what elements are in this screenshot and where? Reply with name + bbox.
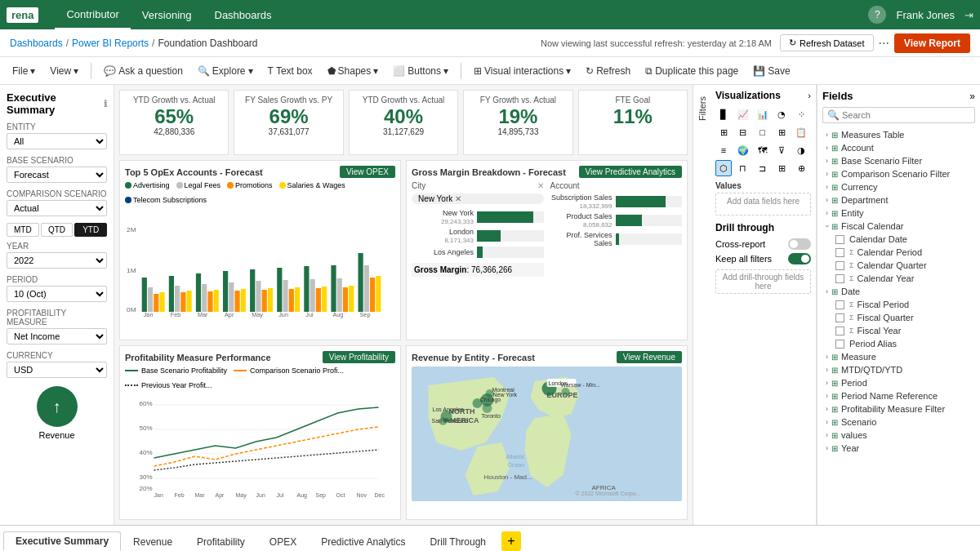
filters-side-tab[interactable]: Filters [693,85,710,525]
field-calendar-period[interactable]: Σ Calendar Period [822,246,975,259]
field-measures-table[interactable]: › ⊞ Measures Table [822,128,975,141]
checkbox[interactable] [835,327,844,335]
shapes-button[interactable]: ⬟ Shapes ▾ [322,63,385,79]
view-menu[interactable]: View ▾ [44,63,84,79]
tab-profitability[interactable]: Profitability [185,532,257,551]
viz-area-chart-icon[interactable]: 📊 [755,106,771,122]
checkbox[interactable] [835,248,844,257]
breadcrumb-dashboards[interactable]: Dashboards [10,38,63,49]
viz-treemap-icon[interactable]: ⊞ [773,160,790,176]
field-fiscal-year[interactable]: Σ Fiscal Year [822,324,975,337]
buttons-button[interactable]: ⬜ Buttons ▾ [387,63,454,79]
field-period[interactable]: › ⊞ Period [822,376,975,389]
field-currency[interactable]: › ⊞ Currency [822,180,975,193]
viz-chevron[interactable]: › [808,91,811,100]
logout-icon[interactable]: ⇥ [964,9,973,21]
viz-active-icon[interactable]: ⬡ [715,160,732,176]
add-tab-button[interactable]: + [501,531,521,551]
keep-all-filters-toggle[interactable] [788,253,811,264]
view-profitability-button[interactable]: View Profitability [323,351,395,363]
refresh-dataset-button[interactable]: ↻ Refresh Dataset [780,34,873,51]
fields-expand-icon[interactable]: » [969,91,975,102]
field-fiscal-calendar[interactable]: › ⊞ Fiscal Calendar [822,220,975,233]
field-mtd-qtd-ytd[interactable]: › ⊞ MTD/QTD/YTD [822,363,975,376]
explore-button[interactable]: 🔍 Explore ▾ [192,63,259,79]
visual-interactions-button[interactable]: ⊞ Visual interactions ▾ [468,63,577,79]
field-scenario[interactable]: › ⊞ Scenario [822,415,975,429]
field-comparison-scenario[interactable]: › ⊞ Comparison Scenario Filter [822,167,975,180]
viz-table-icon[interactable]: ⊞ [715,124,732,140]
tab-revenue[interactable]: Revenue [121,532,185,551]
checkbox[interactable] [835,313,844,322]
entity-select[interactable]: All [7,133,107,149]
viz-ribbon-icon[interactable]: ⊐ [755,160,771,176]
tab-executive-summary[interactable]: Executive Summary [3,531,121,551]
checkbox[interactable] [835,340,844,349]
field-calendar-quarter[interactable]: Σ Calendar Quarter [822,259,975,272]
field-date[interactable]: › ⊞ Date [822,285,975,298]
viz-funnel-icon[interactable]: ⊽ [773,142,790,158]
view-opex-button[interactable]: View OPEX [340,166,395,178]
field-profitability-filter[interactable]: › ⊞ Profitability Measure Filter [822,402,975,415]
view-predictive-button[interactable]: View Predictive Analytics [579,166,682,178]
checkbox[interactable] [835,235,844,244]
viz-gauge-icon[interactable]: ◑ [793,142,809,158]
view-revenue-button[interactable]: View Revenue [617,351,682,363]
fields-search-box[interactable]: 🔍 [822,107,975,123]
ytd-button[interactable]: YTD [74,223,107,237]
viz-map-icon[interactable]: 🌍 [735,142,751,158]
year-select[interactable]: 2022 [7,252,107,269]
city-clear[interactable]: ✕ [537,181,544,190]
field-calendar-year[interactable]: Σ Calendar Year [822,272,975,285]
tab-drill-through[interactable]: Drill Through [418,532,498,551]
breadcrumb-reports[interactable]: Power BI Reports [72,38,149,49]
revenue-button[interactable]: ↑ [37,386,78,427]
currency-select[interactable]: USD [7,362,107,378]
refresh-button[interactable]: ↻ Refresh [580,63,636,79]
tab-opex[interactable]: OPEX [257,532,309,551]
tab-predictive-analytics[interactable]: Predictive Analytics [309,532,417,551]
view-report-button[interactable]: View Report [894,33,970,53]
viz-waterfall-icon[interactable]: ⊓ [735,160,751,176]
profitability-select[interactable]: Net Income [7,328,107,344]
field-values[interactable]: › ⊞ values [822,429,975,442]
viz-bar-chart-icon[interactable]: ▊ [715,106,732,122]
viz-kpi-icon[interactable]: 📋 [793,124,809,140]
file-menu[interactable]: File ▾ [7,63,41,79]
ask-question-button[interactable]: 💬 Ask a question [98,63,189,79]
field-department[interactable]: › ⊞ Department [822,193,975,207]
viz-multi-card-icon[interactable]: ⊞ [773,124,790,140]
field-period-name-ref[interactable]: › ⊞ Period Name Reference [822,389,975,402]
checkbox[interactable] [835,300,844,309]
text-box-button[interactable]: T Text box [262,63,318,79]
period-select[interactable]: 10 (Oct) [7,286,107,302]
nav-contributor[interactable]: Contributor [55,0,130,29]
field-fiscal-quarter[interactable]: Σ Fiscal Quarter [822,311,975,324]
viz-pie-chart-icon[interactable]: ◔ [773,106,790,122]
comparison-select[interactable]: Actual [7,200,107,216]
field-entity[interactable]: › ⊞ Entity [822,207,975,220]
field-base-scenario[interactable]: › ⊞ Base Scenario Filter [822,154,975,167]
field-period-alias[interactable]: Period Alias [822,337,975,350]
cross-report-toggle[interactable] [788,238,811,250]
values-drop-area[interactable]: Add data fields here [715,193,811,216]
drill-add-area[interactable]: Add drill-through fields here [715,269,811,294]
mtd-button[interactable]: MTD [7,223,39,237]
viz-scatter-icon[interactable]: ⁘ [793,106,809,122]
help-button[interactable]: ? [868,6,886,24]
field-fiscal-period[interactable]: Σ Fiscal Period [822,298,975,311]
viz-slicer-icon[interactable]: ≡ [715,142,732,158]
base-scenario-select[interactable]: Forecast [7,167,107,183]
field-calendar-date[interactable]: Calendar Date [822,233,975,246]
save-button[interactable]: 💾 Save [747,63,795,79]
viz-card-icon[interactable]: □ [755,124,771,140]
checkbox[interactable] [835,274,844,283]
field-measure[interactable]: › ⊞ Measure [822,350,975,363]
field-account[interactable]: › ⊞ Account [822,141,975,154]
viz-matrix-icon[interactable]: ⊟ [735,124,751,140]
field-year[interactable]: › ⊞ Year [822,442,975,455]
fields-search-input[interactable] [842,110,970,120]
qtd-button[interactable]: QTD [41,223,74,237]
viz-decomp-icon[interactable]: ⊕ [793,160,809,176]
viz-filled-map-icon[interactable]: 🗺 [755,142,771,158]
